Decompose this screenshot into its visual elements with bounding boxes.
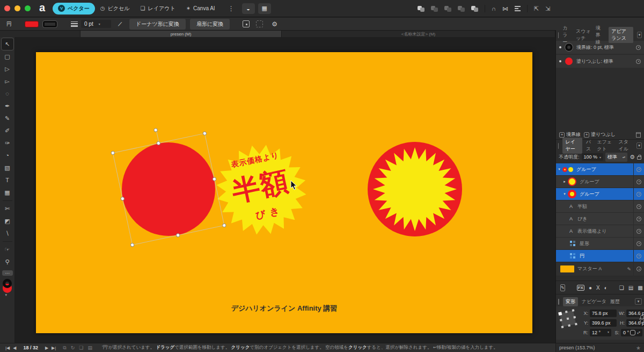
artboard-tool[interactable]: ▢ <box>2 51 13 62</box>
zoom-tool[interactable]: ⚲ <box>2 256 13 268</box>
visibility-icon[interactable] <box>636 45 641 50</box>
gear-icon[interactable]: ⚙ <box>272 20 277 28</box>
studio-presets-button[interactable]: ◒ <box>242 3 255 14</box>
edit-all-layers-icon[interactable]: ✎ <box>560 284 565 291</box>
selection-bounding-box[interactable] <box>113 133 225 246</box>
starburst-shape[interactable] <box>368 142 462 236</box>
view-tool[interactable]: ☞ <box>2 243 13 255</box>
visibility-cell[interactable] <box>633 262 644 276</box>
layer-row-group[interactable]: ▸ グループ <box>556 176 644 188</box>
stroke-width-input[interactable]: 0 pt ▾ <box>81 20 111 28</box>
selection-brush-tool[interactable]: ◌ <box>2 88 13 99</box>
tab-transform[interactable]: 変形 <box>563 297 578 306</box>
fill-swatch-icon[interactable] <box>565 58 573 65</box>
starburst-badge-blank[interactable] <box>368 142 462 236</box>
lock-icon[interactable] <box>637 156 641 160</box>
anchor-point-selector[interactable] <box>560 311 576 327</box>
insertion-target-icon[interactable] <box>243 20 250 27</box>
export-preview-icon[interactable]: ⧉ <box>63 345 66 351</box>
minimize-window-button[interactable] <box>14 5 20 11</box>
boolean-intersect-icon[interactable] <box>444 6 451 12</box>
stroke-swatch-icon[interactable] <box>3 279 12 288</box>
fill-stroke-indicator[interactable]: ▾ <box>1 279 14 295</box>
visibility-cell[interactable] <box>633 163 644 175</box>
knife-tool[interactable]: ✄ <box>2 203 13 214</box>
document-tab-untitled[interactable]: <名称未設定> (M) <box>282 31 555 37</box>
panel-menu-icon[interactable]: ▾ <box>637 32 642 38</box>
layer-row-group[interactable]: ▾ グループ <box>556 188 644 200</box>
move-tool[interactable]: ↖ <box>2 38 13 50</box>
pie-tool[interactable]: ◔ <box>2 149 13 161</box>
tab-appearance[interactable]: アピアランス <box>609 27 633 43</box>
next-page-button[interactable]: ▶ <box>45 346 48 350</box>
layer-row-text[interactable]: A びき <box>556 213 644 225</box>
resize-handle[interactable] <box>176 233 180 238</box>
persona-tab-layout[interactable]: ❏ レイアウト <box>135 3 181 15</box>
gear-icon[interactable]: ⚙ <box>630 154 635 161</box>
layer-row-master[interactable]: マスター A ✎ <box>556 262 644 276</box>
opacity-input[interactable]: 100 %▾ <box>582 153 604 161</box>
visibility-cell[interactable] <box>633 250 644 262</box>
picture-frame-tool[interactable]: ▦ <box>2 186 13 198</box>
chevron-down-icon[interactable]: ▾ <box>556 167 562 171</box>
resize-handle[interactable] <box>202 131 207 135</box>
convert-to-donut-button[interactable]: ドーナツ形に変換 <box>129 19 186 30</box>
layer-row-text[interactable]: A 表示価格より <box>556 225 644 238</box>
resize-handle[interactable] <box>130 243 134 247</box>
fill-tool[interactable]: ◩ <box>2 215 13 227</box>
previous-page-button[interactable]: ◀ <box>13 346 16 350</box>
document-tab-presen[interactable]: presen (M) <box>80 31 282 37</box>
x-input[interactable]: 75.8 px <box>590 310 617 317</box>
visibility-cell[interactable] <box>633 176 644 188</box>
notes-icon[interactable]: ▤ <box>87 345 92 350</box>
snap-options-icon[interactable] <box>256 20 263 27</box>
resize-handle[interactable] <box>120 197 125 201</box>
tab-swatches[interactable]: スウォッチ <box>576 28 592 42</box>
layer-row-text[interactable]: A 半額 <box>556 200 644 213</box>
first-page-button[interactable]: |◀ <box>5 346 10 350</box>
stroke-pressure-icon[interactable]: ∕ <box>119 20 121 27</box>
sync-icon[interactable]: ↻ <box>71 345 75 350</box>
tab-paths[interactable]: パス <box>586 139 593 153</box>
snapping-icon[interactable]: ∩ <box>492 5 496 12</box>
more-tools-button[interactable]: ⋯ <box>2 270 13 276</box>
group-layers-icon[interactable]: ▤ <box>628 285 633 291</box>
visibility-cell[interactable] <box>633 225 644 237</box>
visibility-icon[interactable] <box>636 59 641 64</box>
star-icon[interactable]: ★ <box>636 345 641 351</box>
close-window-button[interactable] <box>4 5 10 11</box>
resize-handle[interactable] <box>156 141 160 145</box>
transform-separately-button[interactable]: ▾ <box>630 330 639 335</box>
flip-horizontal-icon[interactable]: ⋈ <box>502 5 508 12</box>
panel-menu-icon[interactable]: ▾ <box>635 298 642 305</box>
resize-handle[interactable] <box>111 150 115 155</box>
panel-grip[interactable] <box>558 32 559 38</box>
edit-master-icon[interactable]: ✎ <box>627 267 633 272</box>
contour-tool[interactable]: ▻ <box>2 75 13 87</box>
stroke-swatch-icon[interactable] <box>565 44 573 51</box>
visibility-cell[interactable] <box>633 238 644 249</box>
visibility-cell[interactable] <box>633 200 644 212</box>
link-dimensions-icon[interactable] <box>640 315 644 324</box>
pen-tool[interactable]: ✒ <box>2 100 13 112</box>
boolean-add-icon[interactable] <box>418 6 425 12</box>
layer-row-group[interactable]: ▾ グループ <box>556 163 644 176</box>
tab-history[interactable]: 履歴 <box>610 298 620 305</box>
chevron-down-icon[interactable]: ▾ <box>561 192 568 196</box>
add-fill-button[interactable]: +塗りつぶし <box>584 131 616 138</box>
layer-row-shape[interactable]: 星形 <box>556 238 644 250</box>
tab-color[interactable]: カラー <box>562 25 572 46</box>
trash-icon[interactable] <box>636 132 641 138</box>
node-tool[interactable]: ▷ <box>2 63 13 75</box>
boolean-subtract-icon[interactable] <box>431 6 438 12</box>
color-picker-tool[interactable]: ∖ <box>2 227 13 239</box>
frame-text-tool[interactable]: T <box>2 174 13 186</box>
vector-brush-tool[interactable]: ✐ <box>2 125 13 137</box>
adjustment-icon[interactable]: X <box>596 285 600 291</box>
insert-on-top-icon[interactable]: ⇲ <box>545 5 550 12</box>
alignment-icon[interactable] <box>515 6 521 11</box>
convert-to-pie-button[interactable]: 扇形に変換 <box>190 19 230 30</box>
fill-color-swatch[interactable] <box>25 21 39 27</box>
insert-behind-icon[interactable]: ⇱ <box>534 5 539 12</box>
paint-brush-tool[interactable]: ✑ <box>2 137 13 149</box>
